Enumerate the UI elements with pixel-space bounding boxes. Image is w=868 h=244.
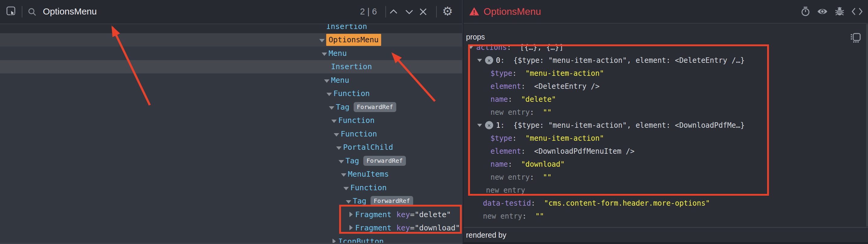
key-attribute: key="download" <box>396 223 460 232</box>
props-row-actions[interactable]: actions: [{…}, {…}] <box>464 41 865 54</box>
prop-value[interactable]: "" <box>535 212 544 220</box>
tree-row-insertion[interactable]: Insertion <box>0 60 462 74</box>
tree-row-portalchild[interactable]: PortalChild <box>0 141 462 154</box>
prop-key: new entry <box>491 173 530 182</box>
component-name: PortalChild <box>343 143 393 152</box>
view-dom-icon[interactable] <box>817 7 828 16</box>
component-name: Fragment <box>355 223 392 232</box>
prop-key: name <box>491 95 508 103</box>
search-input[interactable]: OptionsMenu <box>43 0 97 24</box>
section-divider <box>464 227 868 228</box>
prop-value[interactable]: "menu-item-action" <box>526 69 604 78</box>
colon: : <box>531 199 544 208</box>
props-row-new-entry[interactable]: new entry: "" <box>464 171 865 184</box>
debug-icon[interactable] <box>835 6 845 17</box>
prop-key: new entry <box>486 186 525 194</box>
tree-row-function[interactable]: Function <box>0 114 462 127</box>
tree-row-optionsmenu[interactable]: OptionsMenu <box>0 33 462 47</box>
expand-arrow-icon[interactable] <box>342 183 350 192</box>
expand-arrow-icon[interactable] <box>330 116 338 125</box>
array-index: 0 <box>496 56 500 65</box>
props-row-item-1[interactable]: ✕1: {$type: "menu-item-action", element:… <box>464 119 865 132</box>
component-name: Menu <box>331 76 349 85</box>
settings-icon[interactable]: ⚙ <box>442 5 453 17</box>
search-icon <box>28 7 37 17</box>
props-row-new-entry[interactable]: new entry <box>464 184 865 196</box>
prop-value[interactable]: "" <box>543 108 552 117</box>
expand-arrow-icon[interactable] <box>468 46 476 49</box>
prop-value[interactable]: "download" <box>521 160 565 169</box>
tree-row-fragment[interactable]: Fragmentkey="delete" <box>0 208 462 221</box>
tree-row-tag[interactable]: TagForwardRef <box>0 194 462 208</box>
tree-row-menu[interactable]: Menu <box>0 47 462 60</box>
props-section-label: props <box>466 33 485 41</box>
props-row-name[interactable]: name: "delete" <box>464 93 865 106</box>
props-row-element[interactable]: element: <DeleteEntry /> <box>464 80 865 93</box>
expand-arrow-icon[interactable] <box>322 76 331 85</box>
colon: : <box>507 43 520 52</box>
props-row-$type[interactable]: $type: "menu-item-action" <box>464 132 865 145</box>
tree-row-menu[interactable]: Menu <box>0 73 462 87</box>
tree-row-tag[interactable]: TagForwardRef <box>0 100 462 114</box>
search-results-count: 2 | 6 <box>355 0 382 24</box>
forward-ref-badge: ForwardRef <box>371 196 413 206</box>
collapsed-arrow-icon[interactable] <box>347 210 355 219</box>
expand-arrow-icon[interactable] <box>328 103 336 112</box>
profiler-timing-icon[interactable] <box>801 6 810 17</box>
component-name: Tag <box>353 196 366 205</box>
expand-arrow-icon[interactable] <box>318 35 326 44</box>
prop-value[interactable]: [{…}, {…}] <box>520 43 564 52</box>
props-row-new-entry[interactable]: new entry: "" <box>464 210 865 222</box>
tree-row-tag[interactable]: TagForwardRef <box>0 154 462 167</box>
props-row-data-testid[interactable]: data-testid: "cms.content-form.header.mo… <box>464 196 865 210</box>
props-row-name[interactable]: name: "download" <box>464 158 865 171</box>
panel-bottom-edge <box>464 242 868 244</box>
toolbar-divider <box>22 6 22 18</box>
tree-row-function[interactable]: Function <box>0 87 462 100</box>
expand-arrow-icon[interactable] <box>320 49 329 58</box>
prop-value[interactable]: "menu-item-action" <box>526 134 604 143</box>
collapsed-arrow-icon[interactable] <box>347 223 355 232</box>
inspect-element-icon[interactable] <box>6 6 16 16</box>
previous-result-icon[interactable] <box>389 8 399 16</box>
props-row-new-entry[interactable]: new entry: "" <box>464 106 865 119</box>
prop-value[interactable]: "cms.content-form.header.more-options" <box>544 199 710 208</box>
tree-row-function[interactable]: Function <box>0 127 462 141</box>
tree-row-function[interactable]: Function <box>0 181 462 194</box>
prop-key: $type <box>491 69 512 78</box>
props-scrollbar[interactable] <box>866 24 868 226</box>
prop-value[interactable]: <DownloadPdfMenuItem /> <box>534 147 634 155</box>
prop-value[interactable]: "delete" <box>521 95 556 103</box>
tree-row-menuitems[interactable]: MenuItems <box>0 167 462 181</box>
colon: : <box>508 95 521 103</box>
props-row-element[interactable]: element: <DownloadPdfMenuItem /> <box>464 145 865 158</box>
expand-arrow-icon[interactable] <box>339 170 348 179</box>
expand-arrow-icon[interactable] <box>335 143 343 152</box>
expand-arrow-icon[interactable] <box>337 156 345 165</box>
key-attribute: key="delete" <box>396 210 451 219</box>
tree-horizontal-scrollbar[interactable] <box>0 243 462 244</box>
clear-search-icon[interactable] <box>418 7 428 17</box>
selected-component-title: OptionsMenu <box>484 6 541 17</box>
prop-value[interactable]: {$type: "menu-item-action", element: <Do… <box>514 121 745 129</box>
colon: : <box>521 147 534 155</box>
tree-row-fragment[interactable]: Fragmentkey="download" <box>0 221 462 235</box>
expand-arrow-icon[interactable] <box>332 129 341 138</box>
component-name: Function <box>341 129 377 138</box>
prop-value[interactable]: <DeleteEntry /> <box>534 82 600 91</box>
props-row-item-0[interactable]: ✕0: {$type: "menu-item-action", element:… <box>464 54 865 67</box>
expand-arrow-icon[interactable] <box>477 59 485 62</box>
prop-value[interactable]: {$type: "menu-item-action", element: <De… <box>514 56 745 65</box>
expand-arrow-icon[interactable] <box>477 124 485 127</box>
remove-entry-icon[interactable]: ✕ <box>485 56 493 64</box>
props-row-$type[interactable]: $type: "menu-item-action" <box>464 67 865 80</box>
remove-entry-icon[interactable]: ✕ <box>485 121 493 129</box>
tree-row-insertion[interactable]: Insertion <box>0 24 462 33</box>
component-name: Tag <box>345 156 359 165</box>
prop-value[interactable]: "" <box>543 173 552 182</box>
expand-arrow-icon[interactable] <box>325 89 334 98</box>
view-source-icon[interactable] <box>851 7 863 16</box>
next-result-icon[interactable] <box>404 8 414 16</box>
expand-arrow-icon[interactable] <box>344 196 353 205</box>
component-name: Function <box>338 116 374 125</box>
